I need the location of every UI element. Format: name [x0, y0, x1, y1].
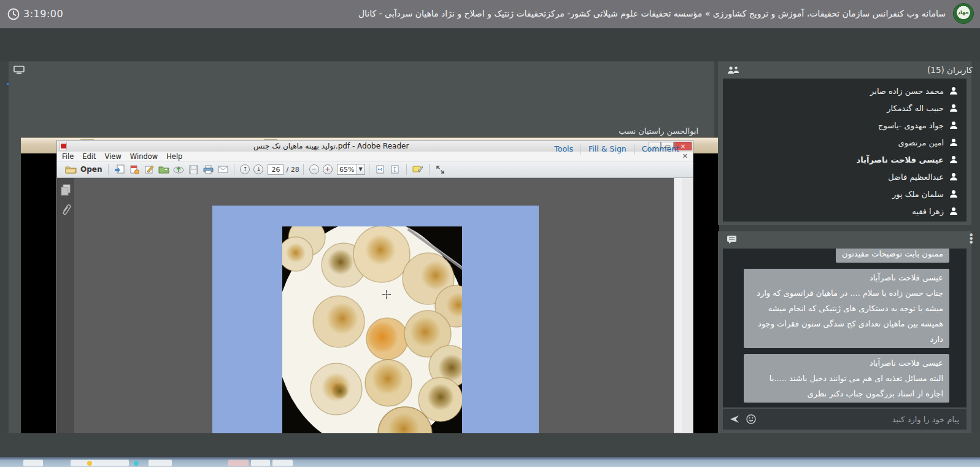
pdf-right-actions: Tools Fill & Sign Comment: [547, 141, 687, 157]
user-name: عبدالعظیم فاضل: [888, 172, 944, 182]
user-name: محمد حسن زاده صابر: [870, 87, 944, 96]
chat-message-bubble: ممنون بابت توضیحات مفیدتون: [836, 249, 949, 263]
user-list-item[interactable]: زهرا فقیه: [723, 203, 966, 220]
page-number-input[interactable]: 26: [268, 164, 284, 175]
chat-message-input[interactable]: [756, 415, 966, 424]
menu-help[interactable]: Help: [166, 152, 182, 161]
fit-page-icon[interactable]: [389, 164, 401, 175]
pdf-vertical-scrollbar[interactable]: ▼: [674, 178, 682, 467]
user-name: زهرا فقیه: [912, 207, 944, 216]
microscope-fish-eggs-image: [282, 226, 462, 439]
user-icon: [949, 190, 958, 198]
page-thumbnails-icon[interactable]: [61, 184, 71, 196]
send-message-icon[interactable]: [729, 414, 740, 424]
user-name: عیسی فلاحت ناصرآباد: [857, 155, 944, 164]
attachments-paperclip-icon[interactable]: [61, 204, 71, 216]
pdf-toolbar: Open: [57, 161, 693, 178]
user-icon: [949, 172, 958, 181]
organization-logo-icon: جهاد: [953, 3, 974, 24]
emoji-icon[interactable]: [746, 414, 756, 424]
status-bar: مرکز علوم و فناوری اطلاعات کشاورزی تات (…: [0, 433, 980, 457]
host-taskbar-button[interactable]: [71, 460, 129, 466]
chevron-down-icon[interactable]: ▼: [357, 164, 365, 174]
pdf-document-area[interactable]: [74, 178, 674, 467]
clock-icon: [7, 8, 20, 20]
open-folder-icon[interactable]: [64, 164, 77, 175]
user-icon: [949, 138, 958, 147]
user-list-item[interactable]: عبدالعظیم فاضل: [723, 168, 966, 185]
user-list-item[interactable]: امین مرتضوی: [723, 134, 966, 151]
fill-sign-button[interactable]: Fill & Sign: [581, 144, 634, 153]
sticky-note-icon[interactable]: [412, 164, 424, 175]
user-icon: [949, 87, 958, 95]
session-timer: 3:19:00: [23, 8, 63, 20]
chat-options-icon[interactable]: •••: [968, 234, 974, 245]
zoom-level-dropdown[interactable]: 65%▼: [337, 164, 365, 175]
chat-message-text: البته مسائل تغذیه ای هم می توانند دخیل ب…: [770, 374, 943, 398]
user-list-item-active[interactable]: عیسی فلاحت ناصرآباد: [723, 151, 966, 168]
menu-view[interactable]: View: [105, 152, 122, 161]
user-icon: [949, 121, 958, 129]
adobe-reader-window: تولید بهینه ماهیان تک جنس.pdf - Adobe Re…: [56, 140, 693, 467]
chat-message-sender: عیسی فلاحت ناصرآباد: [750, 270, 943, 285]
fullscreen-icon[interactable]: [434, 164, 447, 175]
tools-button[interactable]: Tools: [547, 144, 581, 153]
chat-message-text: جناب حسن زاده با سلام .... در ماهیان فرا…: [757, 288, 943, 344]
user-list-item[interactable]: جواد مهدوی -یاسوج: [723, 117, 966, 134]
previous-page-icon[interactable]: ↑: [240, 164, 250, 174]
zoom-level-value: 65%: [338, 166, 357, 174]
presenter-name: ابوالحسن راستیان نسب: [619, 126, 698, 136]
screen-share-pod: ابوالحسن راستیان نسب تولید بهینه ماهیان …: [9, 61, 714, 433]
chat-message-bubble: عیسی فلاحت ناصرآباد البته مسائل تغذیه ای…: [744, 354, 949, 403]
user-icon: [949, 104, 958, 112]
user-name: حبیب اله گندمکار: [887, 104, 944, 113]
host-os-taskbar-sliver[interactable]: [0, 457, 980, 467]
cloud-upload-icon[interactable]: [172, 164, 185, 175]
zoom-in-icon[interactable]: +: [323, 164, 333, 174]
user-list-item[interactable]: محمد حسن زاده صابر: [723, 82, 966, 99]
chat-input-bar: [723, 409, 966, 430]
meeting-toolbar: [0, 28, 980, 61]
menu-file[interactable]: File: [62, 152, 74, 161]
user-name: سلمان ملک پور: [892, 190, 944, 199]
chat-message-text: ممنون بابت توضیحات مفیدتون: [842, 249, 943, 258]
pdf-navigation-rail: [57, 178, 74, 467]
email-icon[interactable]: [217, 164, 229, 175]
host-taskbar-icon[interactable]: [87, 461, 92, 466]
sign-pen-icon[interactable]: [143, 164, 155, 175]
chat-icon: [727, 235, 737, 244]
window-title: تولید بهینه ماهیان تک جنس.pdf - Adobe Re…: [253, 142, 409, 150]
webconference-app: 3:19:00 سامانه وب کنفرانس سازمان تحقیقات…: [0, 0, 980, 467]
menu-window[interactable]: Window: [130, 152, 158, 161]
host-taskbar-button[interactable]: [228, 460, 249, 466]
user-list-item[interactable]: سلمان ملک پور: [723, 185, 966, 203]
users-list: محمد حسن زاده صابر حبیب اله گندمکار جواد…: [723, 79, 966, 222]
host-taskbar-icon[interactable]: [134, 461, 139, 466]
user-name: امین مرتضوی: [898, 138, 944, 147]
chat-messages: ممنون بابت توضیحات مفیدتون عیسی فلاحت نا…: [723, 249, 966, 407]
host-taskbar-button[interactable]: [149, 460, 172, 466]
save-copy-icon[interactable]: [114, 164, 126, 175]
host-taskbar-button[interactable]: [23, 460, 43, 466]
open-label[interactable]: Open: [80, 165, 102, 174]
pdf-file-icon: [60, 142, 67, 150]
user-icon: [949, 155, 958, 164]
user-name: جواد مهدوی -یاسوج: [878, 121, 944, 130]
chat-message-sender: عیسی فلاحت ناصرآباد: [750, 355, 943, 371]
host-taskbar-button[interactable]: [272, 460, 293, 466]
next-page-icon[interactable]: ↓: [253, 164, 263, 174]
pdf-page: [212, 206, 539, 450]
pdf-pack-icon[interactable]: [128, 164, 141, 175]
fit-width-icon[interactable]: [374, 164, 387, 175]
host-taskbar-button[interactable]: [251, 460, 270, 466]
zoom-out-icon[interactable]: −: [309, 164, 319, 174]
user-list-item[interactable]: حبیب اله گندمکار: [723, 99, 966, 117]
page-total-label: / 28: [286, 166, 299, 174]
comment-button[interactable]: Comment: [635, 144, 687, 153]
print-icon[interactable]: [202, 164, 214, 175]
export-folder-icon[interactable]: [158, 164, 170, 175]
menu-edit[interactable]: Edit: [82, 152, 96, 161]
shared-desktop: تولید بهینه ماهیان تک جنس.pdf - Adobe Re…: [21, 137, 719, 467]
shared-screen-icon: [14, 66, 25, 74]
save-icon[interactable]: [187, 164, 199, 175]
